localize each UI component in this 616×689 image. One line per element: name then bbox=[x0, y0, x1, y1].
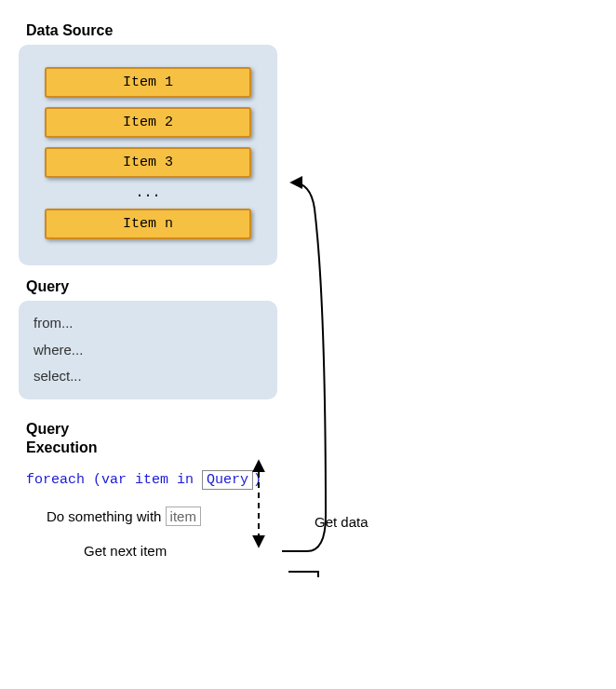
get-data-arrow bbox=[282, 182, 326, 551]
query-box: Query bbox=[202, 470, 253, 490]
query-line: select... bbox=[33, 363, 262, 390]
data-item: Item 1 bbox=[45, 67, 251, 98]
data-ellipsis: ... bbox=[45, 185, 251, 201]
get-next-line: Get next item bbox=[84, 543, 596, 559]
item-box: item bbox=[166, 507, 201, 526]
data-item: Item 3 bbox=[45, 147, 251, 178]
do-something-text: Do something with bbox=[47, 508, 166, 524]
get-data-label: Get data bbox=[315, 514, 368, 530]
data-item: Item 2 bbox=[45, 107, 251, 138]
execution-heading: Query Execution bbox=[26, 420, 596, 457]
foreach-close: ) bbox=[253, 472, 261, 488]
return-each-arrow bbox=[272, 572, 318, 577]
query-panel: from... where... select... bbox=[19, 301, 277, 399]
data-item: Item n bbox=[45, 209, 251, 239]
foreach-keyword: foreach (var item in bbox=[26, 472, 202, 488]
diagram-container: Data Source Item 1 Item 2 Item 3 ... Ite… bbox=[19, 22, 596, 559]
query-line: where... bbox=[33, 337, 262, 364]
foreach-line: foreach (var item in Query) bbox=[26, 470, 596, 490]
data-source-heading: Data Source bbox=[26, 22, 596, 39]
data-source-panel: Item 1 Item 2 Item 3 ... Item n bbox=[19, 45, 277, 265]
query-line: from... bbox=[33, 310, 262, 337]
query-heading: Query bbox=[26, 278, 596, 295]
